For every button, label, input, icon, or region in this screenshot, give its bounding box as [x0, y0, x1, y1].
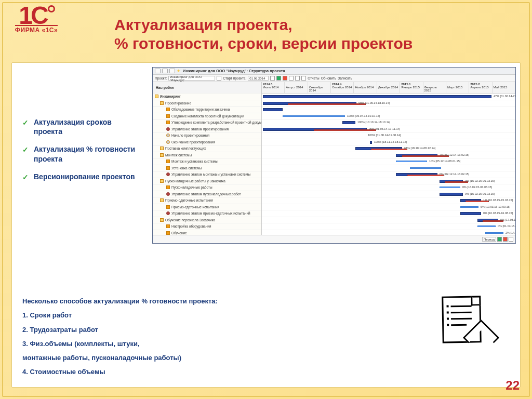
task-row[interactable]: Инжиниринг: [153, 94, 261, 100]
gantt-bar[interactable]: [440, 193, 463, 196]
task-row[interactable]: Управление этапом приемо-сдаточных испыт…: [153, 210, 261, 217]
gantt-bar[interactable]: [342, 121, 355, 124]
forward-icon[interactable]: [169, 69, 175, 73]
task-row[interactable]: Окончание проектирования: [153, 139, 261, 146]
timeline-column: Декабрь 2014: [377, 82, 400, 93]
task-row[interactable]: Приемо-сдаточные испытания: [153, 204, 261, 211]
gantt-bar[interactable]: [396, 161, 427, 162]
toolbar-icon[interactable]: [301, 76, 306, 81]
gantt-bar[interactable]: [263, 108, 283, 111]
timeline-column: Август 2014: [285, 82, 308, 93]
task-row[interactable]: Утверждение комплекта разработанной прое…: [153, 119, 261, 126]
toolbar-icon[interactable]: [270, 76, 275, 81]
task-row[interactable]: Проектирование: [153, 100, 261, 107]
zoom-in-icon[interactable]: [497, 237, 502, 242]
gantt-label: 0% [16.02.15-06.03.15]: [465, 192, 495, 195]
gantt-label: 2% [14.04.15-27.04.15]: [506, 231, 515, 234]
zoom-out-icon[interactable]: [503, 237, 508, 242]
gantt-row: 98% [01.06.14-18.10.14]: [262, 100, 515, 107]
gantt-bar-overlay: [288, 103, 366, 105]
gantt-label: 0% [02.12.14-13.02.15]: [440, 172, 469, 176]
task-row[interactable]: Обучение персонала Заказчика: [153, 217, 261, 224]
project-label: Проект:: [155, 76, 167, 80]
gantt-label: 7% [02.12.14-13.02.15]: [440, 153, 469, 156]
toolbar-icon[interactable]: [295, 76, 300, 81]
period-button[interactable]: Период: [482, 237, 496, 242]
task-icon: [155, 95, 158, 98]
task-icon: [166, 224, 170, 228]
settings-button[interactable]: Настройки: [154, 86, 174, 89]
gantt-bar[interactable]: [370, 141, 372, 144]
title-line-1: Актуализация проекта,: [114, 16, 516, 34]
task-icon: [160, 179, 164, 183]
check-icon: ✓: [22, 118, 29, 127]
task-name: Пусконаладочные работы у Заказчика: [165, 179, 225, 183]
toolbar-icon[interactable]: [289, 76, 294, 81]
task-row[interactable]: Начало проектирования: [153, 132, 261, 139]
gantt-row: 100% [10.10.14-18.10.14]: [262, 119, 515, 126]
task-name: Приемо-сдаточные испытания: [171, 205, 219, 209]
star-icon[interactable]: ★: [177, 69, 180, 73]
task-row[interactable]: Управление этапом пусконаладочных работ: [153, 191, 261, 198]
bullet-text: Актуализация сроков проекта: [34, 117, 137, 136]
task-name: Управление этапом монтажа и установки си…: [171, 172, 250, 176]
toolbar-icon[interactable]: [276, 76, 281, 81]
task-row[interactable]: Установка системы: [153, 165, 261, 172]
bottom-item: 2. Трудозатраты работ: [22, 323, 218, 337]
gantt-row: 0% [16.02.15-06.03.15]: [262, 178, 515, 185]
gantt-bar[interactable]: [410, 167, 441, 169]
task-row[interactable]: Монтаж и установка системы: [153, 158, 261, 165]
gantt-bar[interactable]: [263, 95, 491, 98]
gantt-rows: 47% [01.06.14-27.04.15]98% [01.06.14-18.…: [262, 94, 515, 235]
timeline[interactable]: 2014.3Июль 2014 Август 2014 Сентябрь 201…: [262, 82, 515, 235]
timeline-column: 2015.2Апрель 2015: [469, 82, 492, 93]
task-name: Инжиниринг: [160, 95, 181, 98]
bottom-item: 3. Физ.объемы (комплекты, штуки,: [22, 337, 218, 351]
start-date-field[interactable]: 01.06.2014: [248, 76, 269, 81]
task-row[interactable]: Поставка комплектующих: [153, 145, 261, 152]
slide-title: Актуализация проекта, % готовности, срок…: [114, 16, 516, 53]
back-icon[interactable]: [162, 69, 168, 73]
save-button[interactable]: Записать: [338, 76, 352, 80]
gantt-bar[interactable]: [485, 232, 503, 234]
refresh-button[interactable]: Обновить: [321, 76, 336, 80]
task-row[interactable]: Настройка оборудования: [153, 223, 261, 230]
footer-toolbar: Период: [153, 235, 515, 243]
gantt-row: 95% [01.06.14-17.11.14]: [262, 126, 515, 133]
gantt-label: 47% [01.06.14-27.04.15]: [494, 95, 515, 98]
task-tree[interactable]: Настройки ИнжинирингПроектированиеОбслед…: [153, 82, 262, 235]
task-row[interactable]: Приемо-сдаточные испытания: [153, 197, 261, 204]
gantt-label: 98% [01.06.14-18.10.14]: [358, 101, 390, 104]
gantt-row: 0% [10.03.15-16.08.15]: [262, 210, 515, 217]
gantt-row: 10% [05.12.14-08.01.15]: [262, 158, 515, 165]
task-icon: [166, 134, 170, 137]
gantt-bar[interactable]: [460, 206, 478, 208]
reports-button[interactable]: Отчеты: [308, 76, 319, 80]
task-name: Проектирование: [165, 101, 191, 105]
home-icon[interactable]: [155, 69, 161, 73]
gantt-bar[interactable]: [477, 225, 496, 227]
task-name: Управление этапом проектирования: [171, 127, 229, 131]
task-row[interactable]: Пусконаладочные работы: [153, 184, 261, 191]
task-icon: [160, 147, 164, 150]
task-row[interactable]: Обследование территории заказчика: [153, 107, 261, 113]
gantt-bar[interactable]: [283, 115, 345, 117]
gantt-bar[interactable]: [460, 212, 481, 215]
task-row[interactable]: Управление этапом монтажа и установки си…: [153, 171, 261, 178]
task-row[interactable]: Пусконаладочные работы у Заказчика: [153, 178, 261, 185]
task-row[interactable]: Управление этапом проектирования: [153, 126, 261, 133]
gantt-bar[interactable]: [440, 187, 460, 188]
task-row[interactable]: Создание комплекта проектной документаци…: [153, 113, 261, 120]
gantt-label: 95% [01.06.14-17.11.14]: [369, 127, 400, 130]
gantt-row: 0% [16.02.15-06.03.15]: [262, 191, 515, 198]
task-icon: [160, 101, 164, 105]
task-row[interactable]: Монтаж системы: [153, 152, 261, 159]
timeline-header: 2014.3Июль 2014 Август 2014 Сентябрь 201…: [262, 82, 515, 94]
task-row[interactable]: Обучение: [153, 230, 261, 235]
project-field[interactable]: Инжиниринг для ООО "Изумруд": [168, 76, 215, 81]
toolbar-icon[interactable]: [283, 76, 287, 81]
clear-icon[interactable]: [217, 76, 221, 81]
window-titlebar: ★ Инжиниринг для ООО "Изумруд": Структур…: [153, 68, 515, 75]
footer-icon[interactable]: [509, 237, 513, 242]
task-icon: [166, 114, 170, 118]
